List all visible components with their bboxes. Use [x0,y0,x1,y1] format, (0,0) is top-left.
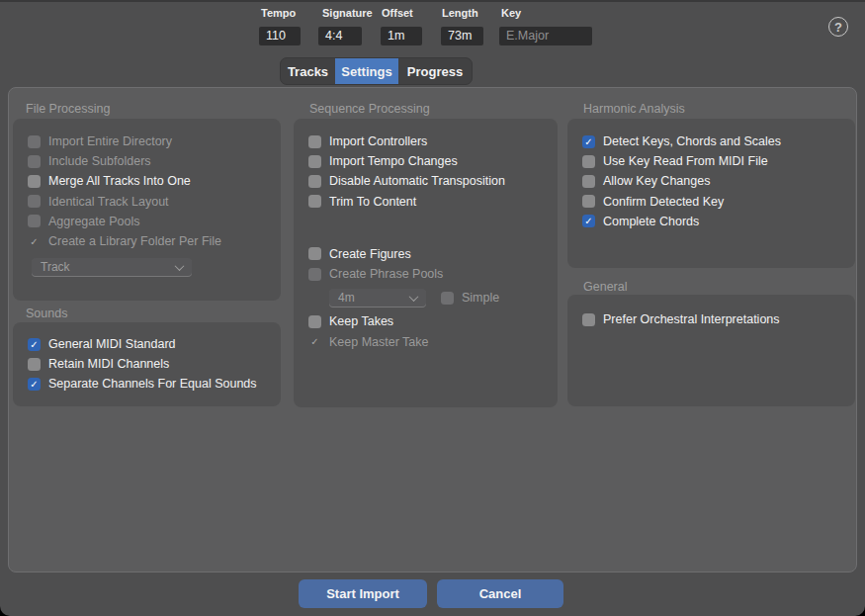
length-field[interactable]: 73m [441,27,483,45]
checkbox-label: Include Subfolders [48,154,151,168]
checkbox[interactable] [308,315,321,328]
checkbox-row[interactable]: Import Entire Directory [28,132,266,151]
checkbox-row[interactable]: Simple [441,288,499,308]
checkbox[interactable] [308,247,321,260]
checkbox-row[interactable]: Prefer Orchestral Interpretations [582,309,840,329]
checkbox[interactable] [308,335,321,348]
checkbox-row[interactable]: Keep Takes [308,311,543,331]
checkbox-label: Disable Automatic Transposition [329,174,505,188]
checkbox-label: Retain MIDI Channels [48,357,169,371]
window-top-edge [0,0,865,2]
checkbox-row[interactable]: Include Subfolders [28,151,266,171]
general-panel: Prefer Orchestral Interpretations [567,295,855,406]
checkbox[interactable] [28,135,41,148]
checkbox-row[interactable]: General MIDI Standard [28,334,266,354]
checkbox[interactable] [28,235,41,248]
track-dropdown-value: Track [41,260,70,274]
checkbox-row[interactable]: Allow Key Changes [582,171,840,191]
sequence-options-top: Import Controllers Import Tempo Changes … [308,132,543,212]
checkbox-row[interactable]: Import Controllers [308,132,543,151]
phrase-pool-row: 4m Simple [329,288,543,308]
tab-bar: Tracks Settings Progress [280,57,473,85]
key-label: Key [501,7,521,19]
checkbox-row[interactable]: Create Figures [308,244,543,264]
signature-field[interactable]: 4:4 [318,27,362,45]
checkbox-label: Keep Takes [329,314,393,328]
sounds-title: Sounds [26,307,67,320]
file-processing-panel: Import Entire Directory Include Subfolde… [13,119,281,301]
checkbox-label: Aggregate Pools [48,215,139,228]
checkbox-label: Trim To Content [329,195,416,209]
checkbox-row[interactable]: Retain MIDI Channels [28,354,266,374]
harmonic-analysis-panel: Detect Keys, Chords and Scales Use Key R… [567,119,855,268]
checkbox[interactable] [28,378,41,391]
checkbox-row[interactable]: Identical Track Layout [28,192,266,212]
checkbox[interactable] [28,175,41,188]
sounds-panel: General MIDI Standard Retain MIDI Channe… [13,322,281,406]
checkbox-row[interactable]: Keep Master Take [308,332,543,352]
checkbox-label: Use Key Read From MIDI File [603,154,768,168]
checkbox[interactable] [308,155,321,168]
track-dropdown[interactable]: Track [32,258,192,276]
checkbox-row[interactable]: Disable Automatic Transposition [308,171,543,191]
signature-label: Signature [322,7,373,19]
sequence-options-bottom: Keep Takes Keep Master Take [308,311,543,351]
checkbox[interactable] [582,175,595,188]
checkbox-row[interactable]: Aggregate Pools [28,212,266,231]
tab-tracks[interactable]: Tracks [281,58,335,84]
checkbox[interactable] [308,268,321,281]
cancel-button[interactable]: Cancel [437,579,563,608]
checkbox-label: Create Figures [329,247,411,261]
tempo-field[interactable]: 110 [259,27,301,45]
checkbox[interactable] [582,313,595,326]
checkbox-row[interactable]: Confirm Detected Key [582,192,840,212]
tempo-label: Tempo [261,7,296,19]
checkbox[interactable] [582,155,595,168]
sequence-processing-panel: Import Controllers Import Tempo Changes … [294,119,558,407]
help-icon[interactable]: ? [828,17,848,37]
checkbox[interactable] [582,215,595,227]
length-label: Length [442,7,478,19]
checkbox-label: Separate Channels For Equal Sounds [48,377,257,391]
sequence-processing-title: Sequence Processing [309,102,430,116]
checkbox[interactable] [28,195,41,208]
checkbox-row[interactable]: Use Key Read From MIDI File [582,151,840,171]
checkbox-row[interactable]: Create a Library Folder Per File [28,231,266,251]
phrase-length-dropdown[interactable]: 4m [329,289,426,307]
chevron-down-icon [175,261,185,271]
settings-content: File Processing Import Entire Directory … [8,87,857,572]
checkbox-label: Import Tempo Changes [329,154,458,168]
checkbox-label: Prefer Orchestral Interpretations [603,312,780,326]
import-settings-window: Tempo 110 Signature 4:4 Offset 1m Length… [0,0,865,616]
checkbox[interactable] [441,292,454,305]
checkbox[interactable] [308,175,321,188]
start-import-button[interactable]: Start Import [299,579,427,608]
sounds-options: General MIDI Standard Retain MIDI Channe… [28,334,266,395]
checkbox-row[interactable]: Separate Channels For Equal Sounds [28,374,266,394]
checkbox-row[interactable]: Complete Chords [582,212,840,231]
tab-settings[interactable]: Settings [335,58,398,84]
checkbox-label: Complete Chords [603,215,699,228]
checkbox[interactable] [308,135,321,148]
offset-field[interactable]: 1m [381,27,422,45]
harmonic-analysis-options: Detect Keys, Chords and Scales Use Key R… [582,132,840,231]
checkbox-row[interactable]: Trim To Content [308,192,543,212]
checkbox-label: General MIDI Standard [48,337,176,351]
checkbox-row[interactable]: Import Tempo Changes [308,151,543,171]
checkbox[interactable] [308,195,321,208]
checkbox[interactable] [28,358,41,371]
checkbox-label: Import Entire Directory [48,134,172,148]
checkbox-row[interactable]: Merge All Tracks Into One [28,171,266,191]
checkbox[interactable] [582,195,595,208]
checkbox-row[interactable]: Detect Keys, Chords and Scales [582,132,840,151]
checkbox[interactable] [582,135,595,148]
checkbox[interactable] [28,338,41,351]
checkbox[interactable] [28,155,41,168]
tab-progress[interactable]: Progress [398,58,472,84]
key-field[interactable]: E.Major [499,27,592,45]
checkbox[interactable] [28,215,41,227]
checkbox-row[interactable]: Create Phrase Pools [308,264,543,284]
spacer [308,212,543,244]
harmonic-analysis-title: Harmonic Analysis [583,102,685,116]
phrase-length-value: 4m [338,291,355,305]
